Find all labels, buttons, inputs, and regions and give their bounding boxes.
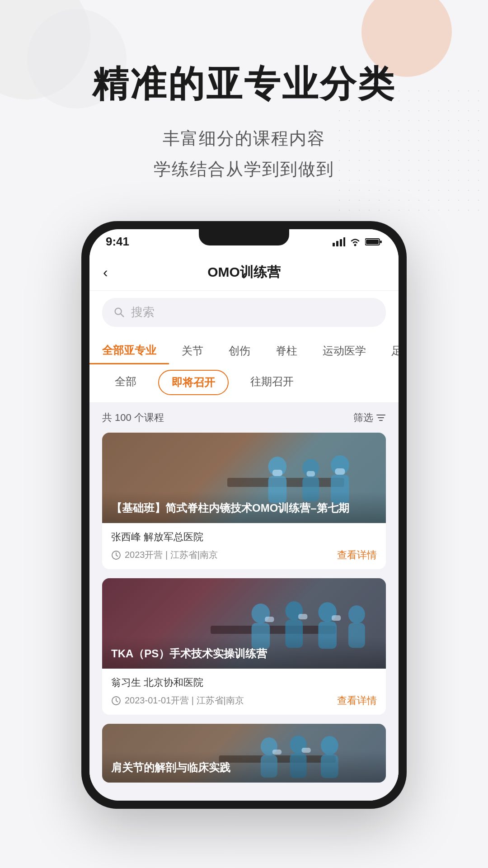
sub-filter-all[interactable]: 全部 — [102, 370, 149, 395]
sub-filter-upcoming[interactable]: 即将召开 — [158, 370, 229, 395]
svg-rect-20 — [272, 470, 282, 476]
nav-title: OMO训练营 — [207, 263, 281, 282]
clock-icon-1 — [111, 696, 121, 706]
card-meta-0: 2023开营 | 江苏省|南京 查看详情 — [111, 548, 377, 562]
card-overlay-2: 肩关节的解剖与临床实践 — [102, 751, 386, 783]
course-count: 共 100 个课程 — [102, 411, 164, 425]
category-tab-3[interactable]: 脊柱 — [263, 338, 310, 363]
card-meta-1: 2023-01-01开营 | 江苏省|南京 查看详情 — [111, 694, 377, 708]
wifi-icon — [349, 237, 361, 246]
battery-icon — [365, 237, 382, 246]
card-title-1: TKA（PS）手术技术实操训练营 — [111, 646, 377, 661]
search-placeholder-text: 搜索 — [131, 304, 155, 320]
svg-rect-0 — [333, 243, 335, 246]
filter-button[interactable]: 筛选 — [353, 411, 386, 425]
search-container: 搜索 — [89, 291, 399, 334]
card-author-0: 张西峰 解放军总医院 — [111, 530, 377, 544]
card-time-text-1: 2023-01-01开营 | 江苏省|南京 — [125, 694, 244, 707]
search-bar[interactable]: 搜索 — [102, 298, 386, 327]
sub-filter-past[interactable]: 往期召开 — [238, 370, 306, 395]
svg-rect-21 — [307, 471, 315, 476]
signal-icon — [333, 237, 345, 246]
nav-bar: ‹ OMO训练营 — [89, 255, 399, 291]
subtitle-line1: 丰富细分的课程内容 — [163, 129, 325, 148]
svg-rect-22 — [335, 468, 345, 475]
card-image-0: 【基础班】简式脊柱内镜技术OMO训练营–第七期 — [102, 433, 386, 523]
course-card-1[interactable]: TKA（PS）手术技术实操训练营 翁习生 北京协和医院 2023-01- — [102, 578, 386, 715]
filter-label: 筛选 — [353, 411, 373, 425]
card-author-1: 翁习生 北京协和医院 — [111, 676, 377, 689]
course-card-0[interactable]: 【基础班】简式脊柱内镜技术OMO训练营–第七期 张西峰 解放军总医院 2 — [102, 433, 386, 569]
category-tabs: 全部亚专业 关节 创伤 脊柱 运动医学 足跖 — [89, 334, 399, 366]
count-row: 共 100 个课程 筛选 — [89, 403, 399, 433]
svg-rect-34 — [265, 617, 274, 622]
hero-title: 精准的亚专业分类 — [0, 63, 488, 105]
card-image-2: 肩关节的解剖与临床实践 — [102, 724, 386, 783]
svg-rect-25 — [211, 626, 336, 634]
courses-list: 【基础班】简式脊柱内镜技术OMO训练营–第七期 张西峰 解放军总医院 2 — [89, 433, 399, 783]
phone-notch — [199, 229, 289, 245]
svg-rect-6 — [380, 241, 382, 243]
status-time: 9:41 — [106, 235, 129, 249]
svg-rect-7 — [366, 240, 379, 244]
svg-rect-2 — [340, 239, 342, 246]
course-card-2[interactable]: 肩关节的解剖与临床实践 — [102, 724, 386, 783]
category-tab-5[interactable]: 足跖 — [379, 338, 399, 363]
card-time-1: 2023-01-01开营 | 江苏省|南京 — [111, 694, 244, 707]
hero-section: 精准的亚专业分类 丰富细分的课程内容 学练结合从学到到做到 — [0, 0, 488, 185]
svg-point-4 — [354, 244, 357, 246]
card-title-0: 【基础班】简式脊柱内镜技术OMO训练营–第七期 — [111, 500, 377, 516]
category-tab-4[interactable]: 运动医学 — [310, 338, 379, 363]
card-overlay-1: TKA（PS）手术技术实操训练营 — [102, 637, 386, 669]
category-tab-0[interactable]: 全部亚专业 — [89, 338, 169, 364]
card-info-1: 翁习生 北京协和医院 2023-01-01开营 | 江苏省|南京 查看详情 — [102, 669, 386, 715]
card-link-1[interactable]: 查看详情 — [337, 694, 377, 708]
category-tab-2[interactable]: 创伤 — [216, 338, 263, 363]
card-title-2: 肩关节的解剖与临床实践 — [111, 760, 377, 775]
card-image-1: TKA（PS）手术技术实操训练营 — [102, 578, 386, 669]
sub-filter-row: 全部 即将召开 往期召开 — [89, 366, 399, 403]
svg-point-8 — [115, 308, 122, 314]
filter-icon — [376, 414, 386, 422]
subtitle-line2: 学练结合从学到到做到 — [154, 160, 334, 179]
bottom-space — [89, 783, 399, 801]
back-button[interactable]: ‹ — [103, 264, 126, 281]
svg-rect-36 — [332, 615, 341, 621]
phone-frame: 9:41 — [81, 221, 407, 809]
hero-subtitle: 丰富细分的课程内容 学练结合从学到到做到 — [0, 123, 488, 185]
svg-rect-3 — [343, 237, 345, 246]
search-icon — [113, 306, 126, 319]
status-icons — [333, 237, 382, 246]
card-time-0: 2023开营 | 江苏省|南京 — [111, 549, 218, 561]
phone-screen: 9:41 — [89, 229, 399, 801]
card-time-text-0: 2023开营 | 江苏省|南京 — [125, 549, 218, 561]
card-overlay-0: 【基础班】简式脊柱内镜技术OMO训练营–第七期 — [102, 491, 386, 523]
card-info-0: 张西峰 解放军总医院 2023开营 | 江苏省|南京 查看详情 — [102, 523, 386, 569]
svg-rect-35 — [298, 614, 307, 619]
svg-rect-1 — [336, 241, 338, 246]
phone-mockup: 9:41 — [0, 221, 488, 809]
clock-icon-0 — [111, 550, 121, 560]
card-link-0[interactable]: 查看详情 — [337, 548, 377, 562]
svg-point-32 — [348, 605, 365, 623]
category-tab-1[interactable]: 关节 — [169, 338, 216, 363]
